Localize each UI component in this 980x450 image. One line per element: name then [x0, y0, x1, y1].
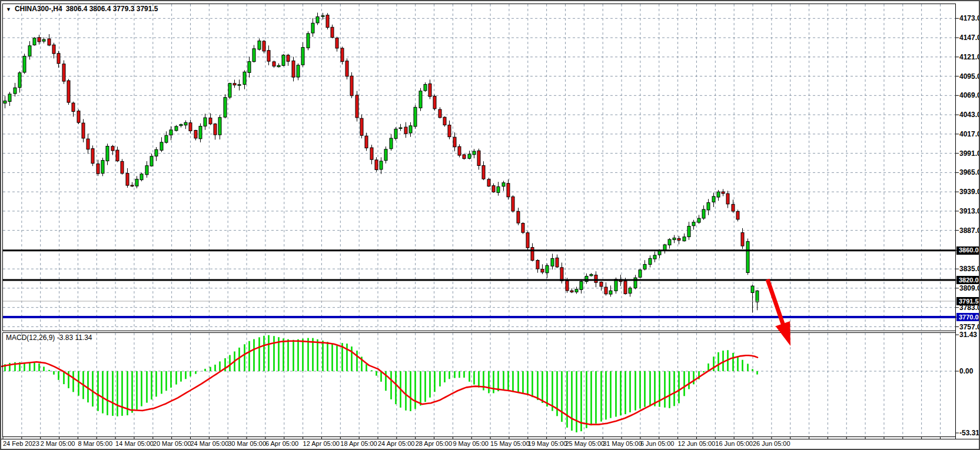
macd-tick-label: 31.43 [959, 331, 977, 338]
price-tick-label: 4173.0 [959, 15, 980, 22]
time-tick-label: 20 Mar 05:00 [153, 441, 191, 447]
symbol-period-label: CHINA300-,H4 [15, 5, 62, 13]
quote-bar: ▼ CHINA300-,H4 3806.4 3806.4 3779.3 3791… [6, 5, 158, 13]
time-tick-label: 31 May 05:00 [603, 441, 642, 447]
time-tick-label: 24 Feb 2023 [3, 441, 39, 447]
time-tick-label: 24 Apr 05:00 [378, 441, 414, 447]
price-level-badge: 3770.0 [956, 313, 980, 321]
chevron-down-icon[interactable]: ▼ [6, 6, 11, 12]
price-level-badge: 3820.0 [956, 276, 980, 284]
price-tick-label: 4147.0 [959, 34, 980, 41]
price-level-badge: 3860.0 [956, 246, 980, 255]
price-tick-label: 3991.0 [959, 150, 980, 157]
time-tick-label: 6 Apr 05:00 [265, 441, 298, 447]
mt4-chart-window: ▼ CHINA300-,H4 3806.4 3806.4 3779.3 3791… [0, 0, 980, 450]
macd-plot-area[interactable] [3, 333, 955, 436]
price-tick-label: 3809.0 [959, 285, 980, 292]
time-tick-label: 16 Jun 05:00 [715, 441, 753, 447]
current-price-badge: 3791.5 [956, 297, 980, 305]
price-tick-label: 3835.0 [959, 265, 980, 272]
time-tick-label: 9 May 05:00 [453, 441, 489, 447]
time-tick-label: 30 Mar 05:00 [228, 441, 266, 447]
time-tick-label: 26 Jun 05:00 [753, 441, 790, 447]
macd-name: MACD(12,26,9) [6, 334, 55, 342]
time-tick-label: 18 Apr 05:00 [340, 441, 377, 447]
time-tick-label: 28 Apr 05:00 [416, 441, 452, 447]
macd-values: -3.83 11.34 [57, 334, 92, 342]
time-tick-label: 24 Mar 05:00 [191, 441, 229, 447]
price-tick-label: 4017.0 [959, 131, 980, 138]
macd-indicator-label: MACD(12,26,9) -3.83 11.34 [6, 334, 92, 341]
time-tick-label: 2 Mar 05:00 [41, 441, 75, 447]
macd-tick-label: -53.31 [959, 429, 979, 436]
price-tick-label: 3887.0 [959, 227, 980, 234]
main-chart-plot-area[interactable] [3, 4, 955, 331]
time-tick-label: 6 Jun 05:00 [640, 441, 675, 447]
price-tick-label: 4069.0 [959, 92, 980, 99]
price-tick-label: 4095.0 [959, 73, 980, 80]
chart-canvas [1, 1, 980, 450]
time-tick-label: 12 Apr 05:00 [303, 441, 340, 447]
time-tick-label: 19 May 05:00 [528, 441, 567, 447]
macd-tick-label: 0.00 [959, 368, 973, 375]
price-tick-label: 3939.0 [959, 188, 980, 195]
price-tick-label: 4121.0 [959, 54, 980, 61]
time-tick-label: 8 Mar 05:00 [78, 441, 112, 447]
price-tick-label: 3965.0 [959, 169, 980, 176]
time-tick-label: 15 May 05:00 [490, 441, 530, 447]
time-tick-label: 25 May 05:00 [566, 441, 605, 447]
price-tick-label: 3913.0 [959, 208, 980, 215]
price-tick-label: 4043.0 [959, 111, 980, 118]
ohlc-quote: 3806.4 3806.4 3779.3 3791.5 [66, 5, 158, 13]
time-tick-label: 12 Jun 05:00 [678, 441, 716, 447]
price-tick-label: 3757.0 [959, 324, 980, 331]
time-tick-label: 14 Mar 05:00 [115, 441, 154, 447]
